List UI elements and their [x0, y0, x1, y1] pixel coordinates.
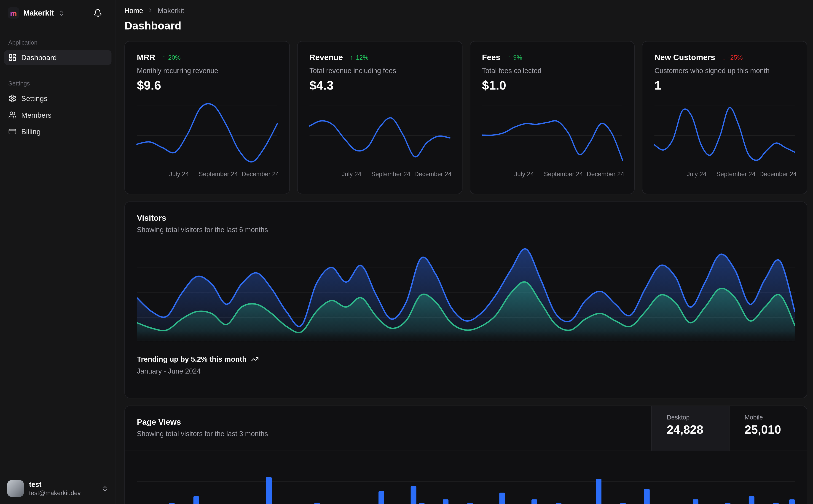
x-tick: July 24 — [687, 170, 707, 178]
trending-up-icon — [251, 355, 259, 363]
trend-badge: ↑20% — [162, 54, 180, 61]
app-window: m Makerkit Application Dashboard Setting… — [0, 0, 813, 504]
bar — [531, 499, 537, 504]
bar — [266, 477, 272, 504]
x-tick: September 24 — [199, 170, 238, 178]
sparkline-chart — [309, 105, 450, 166]
bar — [379, 491, 384, 504]
sidebar-item-label: Billing — [21, 127, 41, 136]
x-tick: December 24 — [587, 170, 624, 178]
sidebar-item-label: Dashboard — [21, 53, 57, 62]
screen: m Makerkit Application Dashboard Setting… — [0, 0, 813, 504]
bar — [725, 503, 731, 504]
main-content: Home Makerkit Dashboard MRR ↑20% Monthly… — [116, 0, 813, 504]
stat-title: Fees — [482, 53, 500, 62]
page-title: Dashboard — [124, 20, 807, 32]
nav-section-label-application: Application — [4, 39, 111, 45]
bar — [193, 496, 199, 504]
bar — [411, 486, 416, 504]
trend-value: 12% — [356, 54, 368, 61]
stat-cards-row: MRR ↑20% Monthly recurring revenue $9.6 … — [124, 41, 807, 194]
x-tick: July 24 — [342, 170, 361, 178]
sidebar-item-members[interactable]: Members — [4, 108, 111, 122]
users-icon — [8, 111, 16, 119]
arrow-up-icon: ↑ — [350, 54, 353, 61]
bar — [443, 499, 449, 504]
bar — [419, 503, 424, 504]
x-tick: December 24 — [759, 170, 797, 178]
sidebar-nav: Application Dashboard Settings Settings … — [0, 25, 116, 474]
x-tick: July 24 — [169, 170, 189, 178]
visitors-subtitle: Showing total visitors for the last 6 mo… — [137, 226, 795, 234]
sidebar-item-billing[interactable]: Billing — [4, 124, 111, 139]
x-axis-labels: July 24 September 24 December 24 — [309, 170, 450, 178]
credit-card-icon — [8, 127, 16, 136]
workspace-switcher[interactable]: m Makerkit — [0, 0, 116, 25]
tab-mobile[interactable]: Mobile 25,010 — [729, 406, 807, 451]
bar — [169, 503, 175, 504]
breadcrumb-home-link[interactable]: Home — [124, 6, 143, 14]
chevron-right-icon — [147, 7, 153, 13]
bar — [620, 503, 626, 504]
notifications-bell-icon[interactable] — [93, 8, 102, 17]
sidebar-item-label: Members — [21, 111, 51, 119]
bar — [773, 503, 779, 504]
page-views-subtitle: Showing total visitors for the last 3 mo… — [137, 430, 651, 438]
bar — [644, 489, 650, 504]
x-tick: December 24 — [414, 170, 451, 178]
page-views-card: Page Views Showing total visitors for th… — [124, 406, 807, 504]
tab-desktop[interactable]: Desktop 24,828 — [651, 406, 729, 451]
stat-title: Revenue — [309, 53, 343, 62]
workspace-name: Makerkit — [23, 9, 54, 17]
tab-value: 24,828 — [667, 423, 729, 437]
stat-description: Monthly recurring revenue — [137, 67, 278, 74]
trend-badge: ↑9% — [507, 54, 522, 61]
tab-label: Desktop — [667, 414, 729, 421]
trend-badge: ↓-25% — [723, 54, 743, 61]
stat-value: $9.6 — [137, 78, 278, 93]
visitors-period: January - June 2024 — [137, 367, 795, 375]
visitors-card: Visitors Showing total visitors for the … — [124, 202, 807, 398]
user-email: test@makerkit.dev — [29, 489, 81, 496]
x-tick: December 24 — [242, 170, 279, 178]
logo-letter: m — [10, 9, 17, 17]
x-axis-labels: July 24 September 24 December 24 — [137, 170, 278, 178]
stat-title: MRR — [137, 53, 155, 62]
arrow-up-icon: ↑ — [507, 54, 511, 61]
gridline — [137, 481, 795, 482]
stat-value: 1 — [655, 78, 795, 93]
stat-description: Total revenue including fees — [309, 67, 450, 74]
tab-value: 25,010 — [745, 423, 807, 437]
page-views-title: Page Views — [137, 417, 651, 427]
line-chart-svg — [309, 105, 450, 166]
line-chart-svg — [655, 105, 795, 166]
sidebar: m Makerkit Application Dashboard Setting… — [0, 0, 116, 504]
page-views-header: Page Views Showing total visitors for th… — [125, 406, 807, 451]
x-tick: September 24 — [544, 170, 583, 178]
user-menu[interactable]: test test@makerkit.dev — [0, 474, 116, 504]
trend-value: 9% — [513, 54, 522, 61]
stat-description: Total fees collected — [482, 67, 622, 74]
stat-title: New Customers — [655, 53, 715, 62]
area-chart-svg — [137, 243, 795, 341]
bar — [789, 499, 795, 504]
stat-card-revenue: Revenue ↑12% Total revenue including fee… — [297, 41, 462, 194]
stat-description: Customers who signed up this month — [655, 67, 795, 74]
visitors-title: Visitors — [137, 213, 795, 223]
stat-value: $4.3 — [309, 78, 450, 93]
arrow-up-icon: ↑ — [162, 54, 165, 61]
x-tick: September 24 — [371, 170, 410, 178]
x-axis-labels: July 24 September 24 December 24 — [655, 170, 795, 178]
trend-value: 20% — [168, 54, 180, 61]
breadcrumb: Home Makerkit — [124, 5, 807, 16]
stat-card-fees: Fees ↑9% Total fees collected $1.0 July … — [469, 41, 635, 194]
user-meta: test test@makerkit.dev — [29, 480, 81, 496]
bar — [499, 493, 505, 504]
sparkline-chart — [137, 105, 278, 166]
sidebar-item-settings[interactable]: Settings — [4, 91, 111, 106]
stat-card-new-customers: New Customers ↓-25% Customers who signed… — [642, 41, 807, 194]
trend-headline: Trending up by 5.2% this month — [137, 355, 247, 363]
chevrons-up-down-icon — [101, 485, 108, 492]
sidebar-item-dashboard[interactable]: Dashboard — [4, 50, 111, 65]
trend-value: -25% — [728, 54, 743, 61]
